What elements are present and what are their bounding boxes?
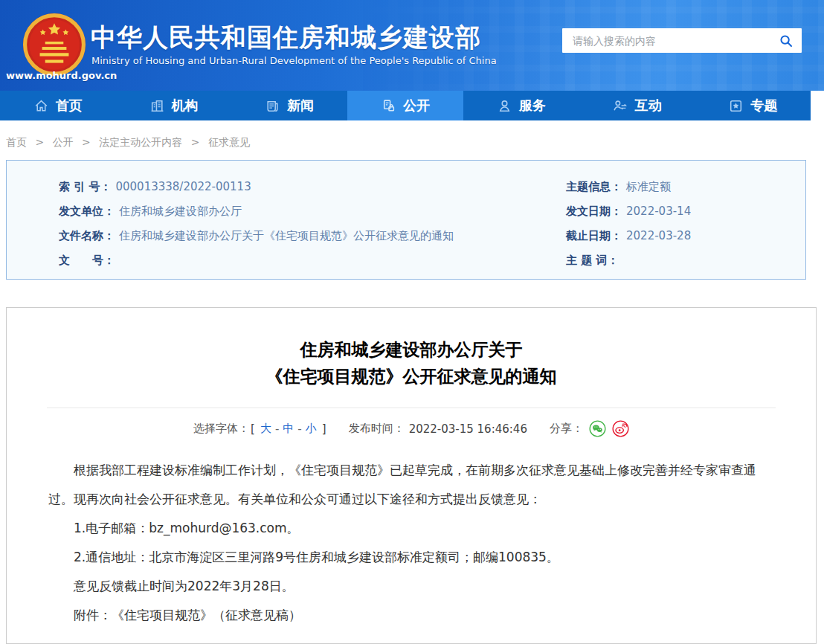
breadcrumb-separator: >: [35, 136, 44, 148]
publish-time-value: 2022-03-15 16:46:46: [409, 422, 527, 436]
meta-value: 标准定额: [626, 180, 671, 193]
breadcrumb-current-page: 征求意见: [208, 136, 250, 148]
breadcrumb-public[interactable]: 公开: [53, 136, 74, 148]
meta-label: 文件名称：: [59, 229, 115, 242]
meta-label: 文 号：: [59, 254, 115, 267]
meta-label: 主 题 词：: [566, 254, 618, 267]
article-body: 根据我部工程建设标准编制工作计划，《住宅项目规范》已起草完成，在前期多次征求意见…: [48, 456, 774, 630]
nav-item-label: 服务: [519, 97, 546, 115]
font-size-small-button[interactable]: 小: [306, 422, 317, 436]
article-paragraph-attachment: 附件：《住宅项目规范》（征求意见稿）: [48, 601, 774, 630]
national-emblem-icon: [22, 13, 86, 77]
font-size-medium-button[interactable]: 中: [283, 422, 294, 436]
meta-value: 2022-03-14: [626, 205, 691, 218]
nav-item-topics[interactable]: 专题: [695, 91, 811, 120]
article-paragraph-address: 2.通信地址：北京市海淀区三里河路9号住房和城乡建设部标准定额司；邮编10083…: [48, 543, 774, 572]
search-input[interactable]: [562, 28, 770, 53]
document-meta-box: 索 引 号：000013338/2022-00113 发文单位：住房和城乡建设部…: [6, 160, 806, 280]
meta-row-index-number: 索 引 号：000013338/2022-00113: [59, 175, 535, 199]
meta-left-column: 索 引 号：000013338/2022-00113 发文单位：住房和城乡建设部…: [59, 175, 535, 273]
article-paragraph-email: 1.电子邮箱：bz_mohurd@163.com。: [48, 514, 774, 543]
nav-item-home[interactable]: 首页: [0, 91, 116, 120]
article-paragraph-deadline: 意见反馈截止时间为2022年3月28日。: [48, 572, 774, 601]
star-badge-icon: [728, 98, 744, 114]
wechat-share-icon[interactable]: [589, 420, 606, 437]
font-size-bracket-open: [: [251, 422, 255, 436]
article-title: 住房和城乡建设部办公厅关于 《住宅项目规范》公开征求意见的通知: [7, 336, 816, 390]
nav-item-label: 专题: [750, 97, 777, 115]
meta-right-column: 主题信息：标准定额 发文日期：2022-03-14 截止日期：2022-03-2…: [566, 175, 789, 273]
breadcrumb-home[interactable]: 首页: [6, 136, 27, 148]
meta-row-document-name: 文件名称：住房和城乡建设部办公厅关于《住宅项目规范》公开征求意见的通知: [59, 224, 535, 248]
breadcrumb-statutory-disclosure[interactable]: 法定主动公开内容: [99, 136, 182, 148]
breadcrumb: 首页 > 公开 > 法定主动公开内容 > 征求意见: [6, 136, 250, 149]
article-title-line2: 《住宅项目规范》公开征求意见的通知: [7, 363, 816, 390]
meta-label: 截止日期：: [566, 229, 622, 242]
meta-value: 2022-03-28: [626, 229, 691, 242]
nav-item-services[interactable]: 服务: [463, 91, 579, 120]
meta-label: 索 引 号：: [59, 180, 111, 193]
font-size-separator: -: [297, 422, 301, 436]
font-size-large-button[interactable]: 大: [260, 422, 271, 436]
search-icon: [779, 33, 794, 48]
weibo-share-icon[interactable]: [612, 420, 629, 437]
nav-item-label: 首页: [56, 97, 83, 115]
doc-lock-icon: [381, 98, 396, 114]
meta-label: 发文单位：: [59, 205, 115, 218]
article-card: 住房和城乡建设部办公厅关于 《住宅项目规范》公开征求意见的通知 选择字体： [ …: [6, 307, 817, 644]
user-arrows-icon: [612, 98, 628, 114]
search-button[interactable]: [770, 28, 802, 53]
nav-item-public[interactable]: 公开: [347, 91, 463, 120]
font-size-separator: -: [275, 422, 279, 436]
article-meta-row: 选择字体： [ 大 - 中 - 小 ] 发布时间： 2022-03-15 16:…: [7, 420, 816, 437]
site-header: 中华人民共和国住房和城乡建设部 Ministry of Housing and …: [0, 0, 824, 91]
news-icon: [265, 98, 280, 114]
share-label: 分享：: [550, 422, 583, 436]
share-group: 分享：: [550, 420, 629, 437]
meta-row-topic-info: 主题信息：标准定额: [566, 175, 789, 199]
building-icon: [149, 98, 165, 114]
article-title-line1: 住房和城乡建设部办公厅关于: [7, 336, 816, 363]
nav-item-label: 机构: [172, 97, 199, 115]
breadcrumb-separator: >: [191, 136, 200, 148]
font-size-label: 选择字体：: [193, 422, 249, 436]
search-box: [562, 28, 802, 53]
meta-label: 发文日期：: [566, 205, 622, 218]
meta-row-document-number: 文 号：: [59, 248, 535, 273]
meta-value: 住房和城乡建设部办公厅: [119, 205, 242, 218]
meta-label: 主题信息：: [566, 180, 622, 193]
breadcrumb-separator: >: [82, 136, 91, 148]
nav-item-interaction[interactable]: 互动: [579, 91, 695, 120]
meta-value: 住房和城乡建设部办公厅关于《住宅项目规范》公开征求意见的通知: [119, 229, 454, 242]
publish-time-label: 发布时间：: [349, 422, 405, 436]
meta-row-issue-date: 发文日期：2022-03-14: [566, 199, 789, 224]
font-size-bracket-close: ]: [322, 422, 326, 436]
meta-row-issuing-unit: 发文单位：住房和城乡建设部办公厅: [59, 199, 535, 224]
nav-item-label: 互动: [634, 97, 661, 115]
user-icon: [497, 98, 512, 114]
site-title-english: Ministry of Housing and Urban-Rural Deve…: [91, 55, 497, 66]
meta-row-subject-words: 主 题 词：: [566, 248, 789, 273]
meta-value: 000013338/2022-00113: [115, 180, 251, 193]
meta-row-deadline-date: 截止日期：2022-03-28: [566, 224, 789, 248]
nav-item-news[interactable]: 新闻: [231, 91, 347, 120]
site-title: 中华人民共和国住房和城乡建设部: [91, 21, 481, 55]
nav-item-label: 公开: [403, 97, 430, 115]
title-divider: [47, 408, 776, 408]
article-paragraph: 根据我部工程建设标准编制工作计划，《住宅项目规范》已起草完成，在前期多次征求意见…: [48, 456, 774, 514]
nav-item-label: 新闻: [287, 97, 314, 115]
nav-item-org[interactable]: 机构: [116, 91, 232, 120]
home-icon: [33, 98, 49, 114]
main-nav: 首页 机构 新闻 公开 服务: [0, 91, 811, 120]
site-url: www.mohurd.gov.cn: [6, 70, 117, 81]
